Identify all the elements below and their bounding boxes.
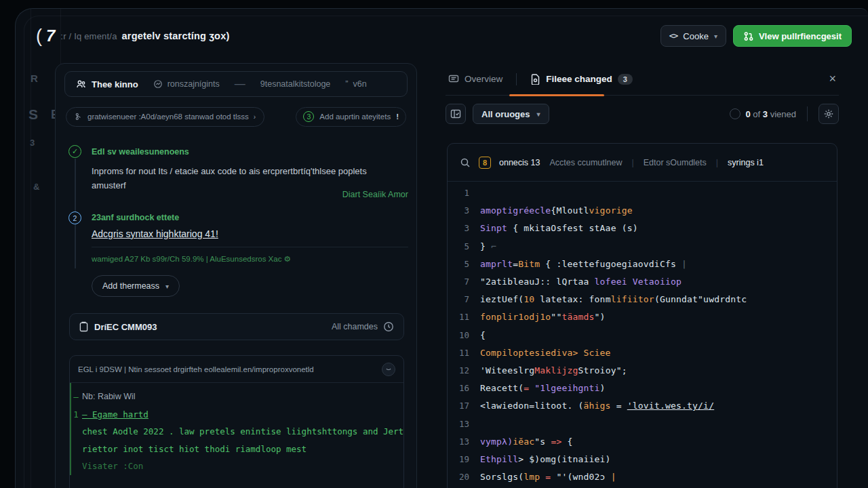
code-token: "s <box>534 436 551 447</box>
add-themes-label: Add thermeass <box>102 281 159 291</box>
code-token: iĕac <box>513 436 534 447</box>
tab-insights[interactable]: ronszajnígints <box>153 79 220 89</box>
commit-title[interactable]: Edl sv weailesunenoens <box>92 147 189 157</box>
branch-selector[interactable]: gratwisenueer :A0d/aeyn68 stanwad otod t… <box>66 107 264 127</box>
file-path-segment[interactable]: syrings i1 <box>728 158 764 167</box>
line-number[interactable]: 1 <box>448 184 480 202</box>
code-token: fonplir1odj1o <box>480 312 551 322</box>
code-text: amoptigréecle{Mloutlvigorige <box>480 202 633 220</box>
line-number[interactable]: 20 <box>448 468 480 486</box>
left-panel-tabbar: Thee kinno ronszajnígints — 9tesnatalkit… <box>64 71 408 97</box>
line-number[interactable]: 13 <box>448 433 480 451</box>
diff-settings-button[interactable] <box>818 104 839 124</box>
chevron-down-icon: ▾ <box>714 33 717 40</box>
all-changes-label: All chamdes <box>332 322 378 331</box>
tab-label: 9tesnatalkitstologe <box>260 79 331 89</box>
file-search-bar[interactable]: 8 onnecis 13Acctes ccumutlnew|Edtor sOum… <box>448 144 837 182</box>
close-icon[interactable]: × <box>826 72 839 86</box>
code-token: <lawiedon=litoot. ( <box>480 401 584 411</box>
diff-line-marker[interactable]: 1 <box>70 406 82 424</box>
code-token: ") <box>595 312 606 322</box>
file-path-segment[interactable]: onnecis 13 <box>499 158 540 167</box>
code-button[interactable]: <> Cooke ▾ <box>660 25 726 47</box>
code-token: { mkitaOsfest stAae (s) <box>507 223 638 233</box>
diff-line-marker[interactable] <box>70 458 82 475</box>
tab-v6n[interactable]: ” v6n <box>345 79 366 89</box>
code-token: { <box>567 436 572 447</box>
line-number[interactable]: 19 <box>448 451 480 468</box>
line-number[interactable]: 16 <box>448 380 480 397</box>
crumb-separator: | <box>716 158 718 167</box>
code-line: 3Sinpt { mkitaOsfest stAae (s) <box>448 220 837 237</box>
diff-line-marker[interactable] <box>70 441 82 458</box>
logo-icon[interactable]: 7 <box>46 26 55 45</box>
line-number[interactable]: 17 <box>448 397 480 415</box>
line-number[interactable]: 5 <box>448 238 480 256</box>
tab-overview[interactable]: Overview <box>446 74 505 85</box>
commit-link[interactable]: Adcgris syntax highktariog 41! <box>92 228 218 239</box>
line-number[interactable]: 5 <box>448 256 480 273</box>
breadcrumb[interactable]: :r / Iq ement/a <box>60 31 117 41</box>
code-line: 5amprlt=Bitm { :leettefugoegiaovdiCfs | <box>448 256 837 273</box>
file-path-segment[interactable]: Acctes ccumutlnew <box>549 158 622 167</box>
commit-number-badge: 2 <box>68 211 81 224</box>
line-number[interactable]: 11 <box>448 344 480 362</box>
line-number[interactable]: 7 <box>448 291 480 308</box>
commit-title[interactable]: 23anf surdhock ettete <box>92 213 179 222</box>
right-panel-tabbar: Overview Fileee changed 3 × <box>446 63 839 96</box>
diff-line-text: Visater :Con <box>82 458 143 475</box>
diff-line-marker[interactable]: – <box>70 388 82 406</box>
line-number[interactable]: 12 <box>448 362 480 380</box>
code-text: Reacett(= "1lgeeihgnti) <box>480 380 606 397</box>
avatar[interactable] <box>382 363 395 376</box>
suggestions-pill[interactable]: 3 Add auprtin ateyitets ! <box>296 107 406 127</box>
viewed-progress-circle[interactable] <box>730 108 741 119</box>
tab-stesnatalkitstologe[interactable]: 9tesnatalkitstologe <box>260 79 331 89</box>
diff-line-text: Nb: Rabiw Wil <box>82 388 136 406</box>
changes-card-title: DríEC CMM093 <box>94 322 157 332</box>
code-token: Bitm <box>518 259 540 269</box>
topbar: ( 7 :r / Iq ement/a argetelv starctíng ʒ… <box>36 22 852 49</box>
files-toolbar: All oruoges ▾ 0 of 3 viened <box>446 102 839 125</box>
diff-line: 1– Egame hartd <box>70 406 403 424</box>
code-line: 20Sorslgs(lmp = "'(wnd02ɔ | <box>448 468 837 486</box>
add-themes-button[interactable]: Add thermeass ▾ <box>92 275 180 297</box>
code-icon: <> <box>669 31 677 41</box>
changes-summary-card[interactable]: DríEC CMM093 All chamdes <box>69 313 404 340</box>
diff-line: Visater :Con <box>70 458 403 475</box>
line-number[interactable]: 10 <box>448 327 480 344</box>
line-number[interactable]: 3 <box>448 220 480 237</box>
all-changes-dropdown[interactable]: All oruoges ▾ <box>473 104 549 124</box>
diff-line: chest Aodle 2022 . law pretels enintise … <box>70 423 403 441</box>
code-line: 7"2atibleauJ:: lQrtaa lofeei Vetaoiiop <box>448 273 837 291</box>
tab-thee-kinno[interactable]: Thee kinno <box>76 79 138 89</box>
code-token: = <box>611 401 627 411</box>
suggestion-count-badge: 3 <box>303 111 314 122</box>
viewed-count: 0 <box>746 109 751 119</box>
all-changes-link[interactable]: All chamdes <box>332 321 394 332</box>
branch-row: gratwisenueer :A0d/aeyn68 stanwad otod t… <box>66 106 406 127</box>
line-number[interactable]: 7 <box>448 273 480 291</box>
divider <box>92 247 408 247</box>
line-number[interactable]: 13 <box>448 415 480 433</box>
code-text: fonplir1odj1o""täamds") <box>480 308 606 326</box>
line-number[interactable]: 3 <box>448 202 480 220</box>
tab-files-changed[interactable]: Fileee changed 3 <box>528 74 635 85</box>
diff-added-block: –Nb: Rabiw Wil1– Egame hartdchest Aodle … <box>70 383 403 475</box>
exclamation-icon: ! <box>396 113 399 121</box>
sidebar-toggle-button[interactable] <box>446 104 466 124</box>
commit-check-icon: ✓ <box>68 145 81 158</box>
file-diff-header[interactable]: EGL i 9DSW | Ntin sessoet drgirfteh eoll… <box>70 356 403 383</box>
rail-glyph: S <box>28 106 38 123</box>
code-token: "uwdrdntc <box>698 294 747 304</box>
diff-line-text: riettor inot tisct hiot thodi riamdloop … <box>82 441 307 458</box>
view-pull-request-button[interactable]: Vlew pullrfiencgesit <box>733 25 852 47</box>
code-button-label: Cooke <box>683 31 709 41</box>
code-token: 10 <box>524 294 534 304</box>
line-number[interactable]: 11 <box>448 308 480 326</box>
stack-link[interactable]: Diart Seaíik Amor <box>342 190 408 199</box>
diff-line-text: chest Aodle 2022 . law pretels enintise … <box>82 423 404 441</box>
code-token: lmp <box>524 472 540 482</box>
diff-line-marker[interactable] <box>70 423 82 441</box>
file-path-segment[interactable]: Edtor sOumdlets <box>644 158 707 167</box>
